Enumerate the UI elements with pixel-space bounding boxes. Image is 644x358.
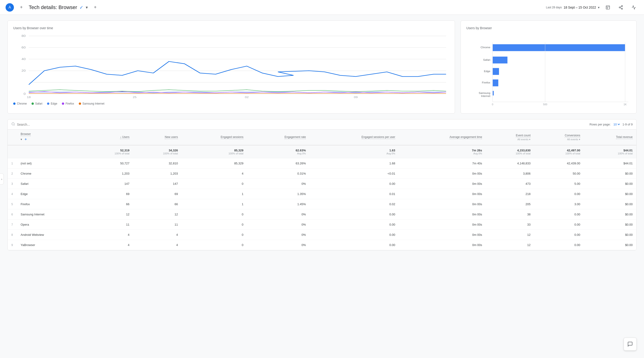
svg-text:Firefox: Firefox xyxy=(482,81,490,84)
td-conversions: 42,439.00 xyxy=(534,158,584,169)
th-users: ↓ Users xyxy=(85,130,133,145)
insights-icon[interactable] xyxy=(629,3,638,12)
chart-legend: Chrome Safari Edge Firefox xyxy=(13,102,449,105)
chrome-dot xyxy=(13,103,16,105)
bar-firefox xyxy=(492,80,498,87)
top-bar: A + Tech details: Browser ✓ ▾ + Last 28 … xyxy=(0,0,644,15)
td-engaged: 0 xyxy=(182,179,247,189)
svg-text:60: 60 xyxy=(22,46,26,49)
share-icon[interactable] xyxy=(616,3,626,12)
legend-edge: Edge xyxy=(47,102,57,105)
line-chart-card: Users by Browser over time 80 60 40 20 0 xyxy=(8,21,455,114)
td-engaged: 85,329 xyxy=(182,158,247,169)
svg-text:500: 500 xyxy=(543,103,547,106)
th-engagement-rate: Engagement rate xyxy=(247,130,310,145)
chevron-right-icon: › xyxy=(1,177,2,181)
td-eng-per-user: 0.00 xyxy=(310,240,399,250)
svg-text:18: 18 xyxy=(27,96,30,99)
td-users: 66 xyxy=(85,199,133,209)
td-eng-rate: 1.35% xyxy=(247,189,310,199)
td-total-engaged: 85,329 100% of total xyxy=(182,145,247,158)
edit-icon[interactable] xyxy=(603,3,612,12)
td-browser-name: Edge xyxy=(17,189,85,199)
td-users: 147 xyxy=(85,179,133,189)
td-users: 50,727 xyxy=(85,158,133,169)
td-avg-time: 0m 00s xyxy=(399,209,486,220)
svg-text:09: 09 xyxy=(354,96,358,99)
td-row-num: 2 xyxy=(8,169,17,179)
td-eng-per-user: 1.68 xyxy=(310,158,399,169)
td-eng-rate: 63.26% xyxy=(247,158,310,169)
verified-icon: ✓ xyxy=(80,5,84,10)
line-chart-svg: 80 60 40 20 0 18 Se xyxy=(13,34,449,99)
td-event-count: 38 xyxy=(486,209,534,220)
td-revenue: $0.00 xyxy=(584,169,636,179)
td-event-count: 12 xyxy=(486,240,534,250)
table-row: 9 YaBrowser 4 4 0 0% 0.00 0m 00s 12 0.00… xyxy=(8,240,636,250)
table-row: 8 Android Webview 4 4 0 0% 0.00 0m 00s 1… xyxy=(8,230,636,240)
chat-button[interactable] xyxy=(624,337,636,350)
td-revenue: $0.00 xyxy=(584,220,636,230)
td-conversions: 0.00 xyxy=(534,209,584,220)
td-browser-name: Opera xyxy=(17,220,85,230)
table-row: 4 Edge 69 69 1 1.35% 0.01 0m 00s 218 0.0… xyxy=(8,189,636,199)
data-table: Browser ▾ + ↓ Users xyxy=(8,130,636,250)
legend-firefox: Firefox xyxy=(62,102,74,105)
add-tab-button[interactable]: + xyxy=(18,4,25,11)
legend-safari: Safari xyxy=(32,102,42,105)
date-range[interactable]: Last 28 days 18 Sept – 15 Oct 2022 ▾ xyxy=(546,6,600,9)
td-avg-time: 0m 00s xyxy=(399,220,486,230)
td-total-num xyxy=(8,145,17,158)
filter-icon[interactable]: ▾ xyxy=(20,138,22,141)
td-revenue: $44.01 xyxy=(584,158,636,169)
bar-chart-title: Users by Browser xyxy=(466,26,631,30)
td-row-num: 8 xyxy=(8,230,17,240)
svg-line-6 xyxy=(620,8,622,8)
rows-per-page-select[interactable]: 10 25 50 xyxy=(612,122,620,126)
table-row: 5 Firefox 66 66 1 1.45% 0.02 0m 00s 205 … xyxy=(8,199,636,209)
td-revenue: $0.00 xyxy=(584,230,636,240)
td-new-users: 11 xyxy=(133,220,182,230)
td-users: 4 xyxy=(85,240,133,250)
table-section: Rows per page: 10 25 50 1-9 of 9 Browser xyxy=(8,119,636,250)
td-row-num: 6 xyxy=(8,209,17,220)
td-engaged: 0 xyxy=(182,240,247,250)
td-engaged: 0 xyxy=(182,209,247,220)
td-event-count: 473 xyxy=(486,179,534,189)
svg-text:25: 25 xyxy=(133,96,136,99)
td-avg-time: 0m 00s xyxy=(399,199,486,209)
table-row: 3 Safari 147 147 0 0% 0.00 0m 00s 473 5.… xyxy=(8,179,636,189)
td-event-count: 4,148,833 xyxy=(486,158,534,169)
th-conversions: Conversions All events ▾ xyxy=(534,130,584,145)
td-eng-per-user: 0.00 xyxy=(310,230,399,240)
chevron-down-icon[interactable]: ▾ xyxy=(86,5,88,10)
avatar: A xyxy=(6,3,14,12)
svg-point-4 xyxy=(619,7,620,8)
bar-safari xyxy=(492,57,507,64)
td-eng-rate: 0% xyxy=(247,240,310,250)
td-browser-name: Android Webview xyxy=(17,230,85,240)
add-dimension-button[interactable]: + xyxy=(23,137,28,142)
td-eng-per-user: 0.00 xyxy=(310,220,399,230)
td-browser-name: Safari xyxy=(17,179,85,189)
table-toolbar: Rows per page: 10 25 50 1-9 of 9 xyxy=(8,119,636,130)
search-input[interactable] xyxy=(17,123,63,126)
charts-row: Users by Browser over time 80 60 40 20 0 xyxy=(8,21,636,114)
td-revenue: $0.00 xyxy=(584,179,636,189)
td-avg-time: 0m 00s xyxy=(399,230,486,240)
th-browser: Browser ▾ + xyxy=(17,130,85,145)
td-users: 69 xyxy=(85,189,133,199)
add-report-button[interactable]: + xyxy=(92,4,99,11)
edge-dot xyxy=(47,103,49,105)
td-event-count: 33 xyxy=(486,220,534,230)
td-total-browser xyxy=(17,145,85,158)
td-users: 11 xyxy=(85,220,133,230)
td-new-users: 69 xyxy=(133,189,182,199)
td-total-eng-rate: 62.63% Avg 0% xyxy=(247,145,310,158)
search-icon xyxy=(11,122,15,127)
td-engaged: 0 xyxy=(182,220,247,230)
bar-edge xyxy=(492,68,499,75)
search-box[interactable] xyxy=(11,122,63,127)
left-edge-button[interactable]: › xyxy=(0,173,4,185)
svg-text:0: 0 xyxy=(24,92,26,96)
